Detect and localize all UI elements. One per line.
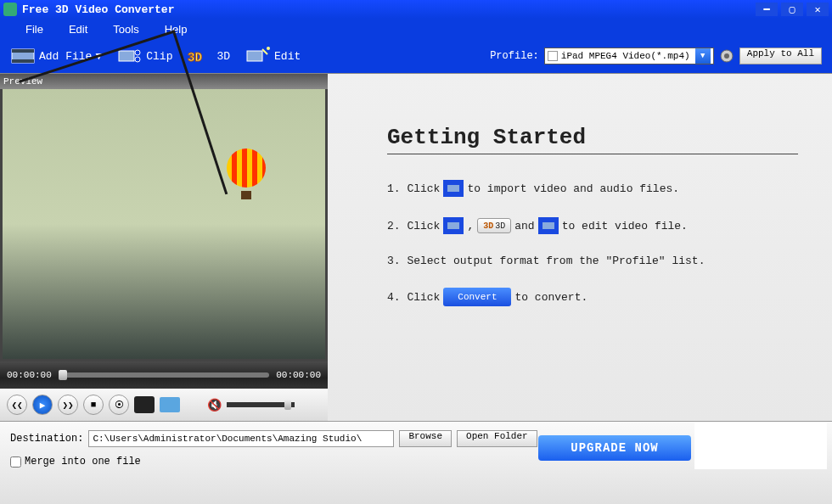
timeline: 00:00:00 00:00:00 <box>0 361 328 389</box>
step-button[interactable]: ⦿ <box>109 395 129 415</box>
main-area: Preview 00:00:00 00:00:00 ❮❮ ▶ ❯❯ ■ ⦿ 🔇 … <box>0 73 832 421</box>
seek-track[interactable] <box>59 372 269 378</box>
title-bar: Free 3D Video Converter ━ ▢ ✕ <box>0 0 832 19</box>
window-controls: ━ ▢ ✕ <box>756 3 829 16</box>
svg-rect-16 <box>542 222 554 229</box>
destination-input[interactable] <box>88 430 394 447</box>
menu-tools[interactable]: Tools <box>113 23 138 36</box>
inline-add-file-icon <box>443 180 464 197</box>
close-button[interactable]: ✕ <box>807 3 829 16</box>
profile-value: iPad MPEG4 Video(*.mp4) <box>561 51 690 61</box>
seek-thumb[interactable] <box>59 370 67 380</box>
step4-text-a: 4. Click <box>387 291 440 304</box>
step2-text-c: and <box>514 220 534 232</box>
mute-button[interactable]: 🔇 <box>207 398 222 412</box>
maximize-button[interactable]: ▢ <box>781 3 803 16</box>
inline-three-d-button: 3D3D <box>477 218 511 233</box>
profile-label: Profile: <box>490 50 539 62</box>
play-button[interactable]: ▶ <box>32 395 53 415</box>
svg-text:3D: 3D <box>188 51 202 64</box>
inline-clip-icon <box>443 217 464 234</box>
edit-button[interactable]: Edit <box>245 46 301 66</box>
svg-rect-2 <box>12 59 34 63</box>
step1-text-b: to import video and audio files. <box>467 182 679 195</box>
minimize-button[interactable]: ━ <box>756 3 778 16</box>
svg-rect-12 <box>447 185 459 192</box>
destination-label: Destination: <box>10 433 83 445</box>
svg-point-10 <box>724 53 729 59</box>
guide-title: Getting Started <box>387 125 798 154</box>
merge-checkbox[interactable] <box>10 456 21 468</box>
time-end: 00:00:00 <box>276 370 321 380</box>
settings-button[interactable] <box>719 48 734 64</box>
menu-edit[interactable]: Edit <box>69 23 87 36</box>
inline-convert-button: Convert <box>443 288 511 306</box>
step2-text-a: 2. Click <box>387 220 440 232</box>
step4-text-b: to convert. <box>514 291 587 304</box>
time-start: 00:00:00 <box>7 370 52 380</box>
wand-icon <box>245 46 271 66</box>
guide-panel: Getting Started 1. Click to import video… <box>328 74 832 421</box>
snapshot-folder-button[interactable] <box>160 397 180 412</box>
svg-point-8 <box>267 47 270 50</box>
blank-area <box>694 422 827 469</box>
apply-to-all-button[interactable]: Apply to All <box>739 48 822 64</box>
profile-select[interactable]: iPad MPEG4 Video(*.mp4) ▼ <box>544 48 714 64</box>
step1-text-a: 1. Click <box>387 182 440 195</box>
chevron-down-icon: ▼ <box>695 48 711 64</box>
guide-step-1: 1. Click to import video and audio files… <box>387 180 798 197</box>
merge-label: Merge into one file <box>25 456 141 468</box>
three-d-button[interactable]: 3D 3D <box>188 46 230 66</box>
volume-slider[interactable] <box>227 402 295 407</box>
next-button[interactable]: ❯❯ <box>58 395 78 415</box>
prev-button[interactable]: ❮❮ <box>7 395 27 415</box>
film-icon <box>10 46 36 66</box>
app-title: Free 3D Video Converter <box>22 3 756 16</box>
snapshot-button[interactable] <box>134 396 155 413</box>
app-icon <box>3 3 17 16</box>
guide-step-3: 3. Select output format from the "Profil… <box>387 255 798 267</box>
open-folder-button[interactable]: Open Folder <box>457 430 537 447</box>
player-controls: ❮❮ ▶ ❯❯ ■ ⦿ 🔇 <box>0 389 328 421</box>
menu-bar: File Edit Tools Help <box>0 19 832 39</box>
volume-thumb[interactable] <box>284 400 291 410</box>
inline-edit-icon <box>538 217 559 234</box>
guide-step-4: 4. Click Convert to convert. <box>387 288 798 306</box>
bottom-bar: Destination: Browse Open Folder Merge in… <box>0 421 832 504</box>
stop-button[interactable]: ■ <box>83 395 104 415</box>
svg-rect-14 <box>447 222 459 229</box>
balloon-image <box>227 148 266 196</box>
browse-button[interactable]: Browse <box>399 430 452 447</box>
preview-video[interactable] <box>0 89 328 361</box>
guide-step-2: 2. Click , 3D3D and to edit video file. <box>387 217 798 234</box>
profile-type-icon <box>548 51 558 61</box>
edit-label: Edit <box>274 50 301 63</box>
preview-panel: Preview 00:00:00 00:00:00 ❮❮ ▶ ❯❯ ■ ⦿ 🔇 <box>0 74 328 421</box>
three-d-label: 3D <box>216 50 230 63</box>
three-d-icon: 3D <box>188 46 213 66</box>
upgrade-button[interactable]: UPGRADE NOW <box>538 435 691 461</box>
svg-rect-7 <box>247 51 262 61</box>
three-d-small-icon: 3D <box>483 221 493 231</box>
menu-file[interactable]: File <box>25 23 43 36</box>
svg-rect-1 <box>12 49 34 53</box>
step3-text: 3. Select output format from the "Profil… <box>387 255 705 267</box>
step2-text-d: to edit video file. <box>562 220 688 232</box>
step2-text-b: , <box>467 220 474 232</box>
